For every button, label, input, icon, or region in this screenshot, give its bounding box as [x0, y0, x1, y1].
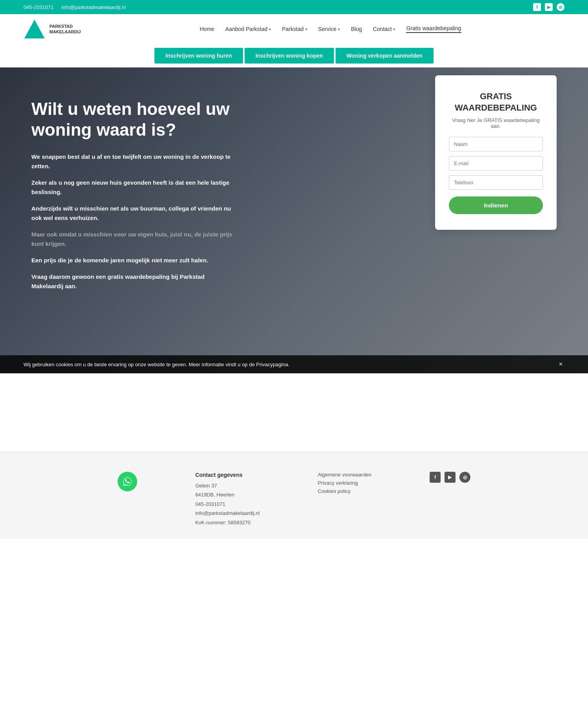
- hero-content: Wilt u weten hoeveel uw woning waard is?…: [31, 99, 235, 298]
- hero-p1: We snappen best dat u af en toe twijfelt…: [31, 152, 235, 171]
- footer-youtube-icon[interactable]: ▶: [445, 472, 456, 483]
- nav-home[interactable]: Home: [200, 26, 214, 32]
- footer-address: Gelein 37 6419DB, Heerlen 045-2031071 in…: [195, 481, 260, 527]
- nav-parkstad[interactable]: Parkstad▾: [282, 26, 307, 32]
- top-bar-email[interactable]: info@parkstadmakelaardij.nl: [62, 4, 126, 10]
- nav-contact[interactable]: Contact▾: [373, 26, 395, 32]
- top-bar-social: f ▶ ◎: [533, 3, 564, 11]
- nav-blog[interactable]: Blog: [351, 26, 362, 32]
- action-buttons-bar: Inschrijven woning huren Inschrijven won…: [0, 44, 588, 67]
- inschrijven-kopen-button[interactable]: Inschrijven woning kopen: [245, 48, 334, 64]
- nav-aanbod[interactable]: Aanbod Parkstad▾: [225, 26, 271, 32]
- hero-p4: Maar ook omdat u misschien voor uw eigen…: [31, 230, 235, 249]
- logo-icon: [24, 18, 45, 40]
- footer-links: Algemene voorwaarden Privacy verklaring …: [318, 472, 372, 494]
- hero-body: We snappen best dat u af en toe twijfelt…: [31, 152, 235, 291]
- top-bar-phone[interactable]: 045-2031071: [24, 4, 54, 10]
- footer-link-voorwaarden[interactable]: Algemene voorwaarden: [318, 472, 372, 478]
- hero-p5: Een prijs die je de komende jaren mogeli…: [31, 256, 235, 265]
- naam-input[interactable]: [449, 137, 543, 151]
- footer: Contact gegevens Gelein 37 6419DB, Heerl…: [0, 452, 588, 539]
- inschrijven-huren-button[interactable]: Inschrijven woning huren: [154, 48, 243, 64]
- form-subtitle: Vraag hier Je GRATIS waardebepaling aan.: [449, 117, 543, 129]
- cookie-close-button[interactable]: ×: [557, 361, 564, 368]
- hero-p6: Vraag daarom gewoon een gratis waardebep…: [31, 272, 235, 291]
- indienen-button[interactable]: Indienen: [449, 196, 543, 214]
- whatsapp-icon[interactable]: [118, 472, 137, 491]
- main-nav: Home Aanbod Parkstad▾ Parkstad▾ Service▾…: [96, 25, 564, 33]
- top-bar: 045-2031071 info@parkstadmakelaardij.nl …: [0, 0, 588, 14]
- hero-p3: Anderzijds wilt u misschien net als uw b…: [31, 204, 235, 223]
- email-input[interactable]: [449, 156, 543, 171]
- footer-facebook-icon[interactable]: f: [430, 472, 441, 483]
- cookie-text: Wij gebruiken cookies om u de beste erva…: [24, 362, 290, 367]
- hero-section: Wilt u weten hoeveel uw woning waard is?…: [0, 67, 588, 373]
- woning-verkopen-button[interactable]: Woning verkopen aanmelden: [336, 48, 434, 64]
- header: PARKSTAD MAKELAARDIJ Home Aanbod Parksta…: [0, 14, 588, 44]
- logo[interactable]: PARKSTAD MAKELAARDIJ: [24, 18, 81, 40]
- top-bar-contact: 045-2031071 info@parkstadmakelaardij.nl: [24, 4, 126, 10]
- footer-kvk: KvK-nummer: 58583270: [195, 520, 250, 525]
- footer-social: f ▶ ◎: [430, 472, 470, 483]
- instagram-icon[interactable]: ◎: [557, 3, 564, 11]
- footer-link-privacy[interactable]: Privacy verklaring: [318, 480, 372, 486]
- nav-gratis-waardebepaling[interactable]: Gratis waardebepaling: [406, 25, 461, 33]
- hero-p2: Zeker als u nog geen nieuw huis gevonden…: [31, 178, 235, 197]
- facebook-icon[interactable]: f: [533, 3, 541, 11]
- footer-link-cookies[interactable]: Cookies policy: [318, 488, 372, 494]
- nav-service[interactable]: Service▾: [318, 26, 340, 32]
- telefoon-input[interactable]: [449, 175, 543, 190]
- footer-email[interactable]: info@parkstadmakelaardij.nl: [195, 510, 260, 516]
- waardebepaling-form-card: GRATIS WAARDEBEPALING Vraag hier Je GRAT…: [435, 75, 557, 230]
- footer-instagram-icon[interactable]: ◎: [459, 472, 470, 483]
- footer-contact: Contact gegevens Gelein 37 6419DB, Heerl…: [195, 472, 260, 527]
- footer-phone[interactable]: 045-2031071: [195, 501, 225, 507]
- footer-contact-title: Contact gegevens: [195, 472, 260, 478]
- hero-title: Wilt u weten hoeveel uw woning waard is?: [31, 99, 235, 140]
- youtube-icon[interactable]: ▶: [545, 3, 553, 11]
- form-title: GRATIS WAARDEBEPALING: [449, 91, 543, 113]
- content-section: [0, 373, 588, 452]
- logo-text: PARKSTAD MAKELAARDIJ: [49, 24, 81, 35]
- cookie-banner: Wij gebruiken cookies om u de beste erva…: [0, 355, 588, 373]
- footer-inner: Contact gegevens Gelein 37 6419DB, Heerl…: [118, 472, 470, 527]
- svg-marker-0: [24, 20, 45, 38]
